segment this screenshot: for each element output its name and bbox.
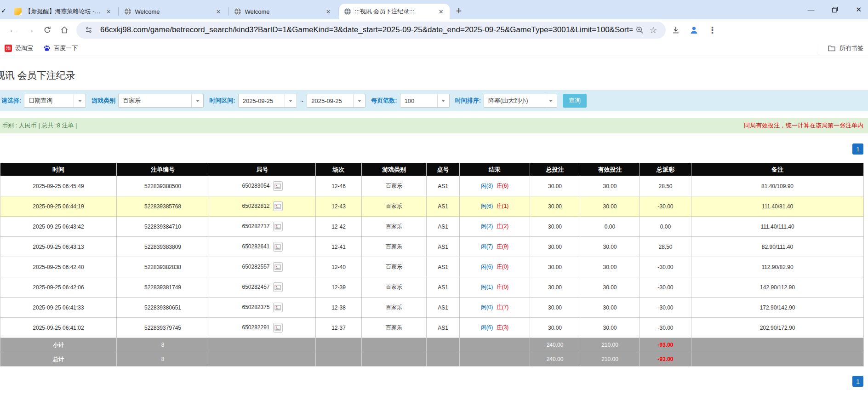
column-header: 有效投注	[580, 163, 640, 176]
cell-time: 2025-09-25 06:42:06	[0, 277, 117, 298]
window-controls: — ✕	[807, 0, 862, 19]
cell-time: 2025-09-25 06:43:42	[0, 217, 117, 237]
cell-payout: -30.00	[640, 318, 691, 338]
round-snapshot-button[interactable]	[273, 242, 283, 252]
cell-result: 闲(6) 庄(1)	[460, 196, 530, 217]
cell-total-bet[interactable]: 30.00	[530, 298, 580, 318]
cell-total-bet[interactable]: 30.00	[530, 196, 580, 217]
round-snapshot-button[interactable]	[273, 323, 283, 333]
page-number-button-top[interactable]: 1	[852, 143, 863, 155]
game-type-value: 百家乐	[119, 97, 191, 105]
browser-tab[interactable]: 【新提醒】海燕策略论坛 - 综合✕	[10, 4, 117, 19]
sort-select[interactable]: 降幂(由大到小)	[484, 94, 557, 108]
cell-total-bet[interactable]: 30.00	[530, 176, 580, 196]
globe-icon	[234, 8, 241, 15]
cell-bet-id: 522839379745	[117, 318, 209, 338]
round-snapshot-button[interactable]	[273, 282, 283, 292]
table-header-row: 时间注单编号局号场次游戏类别桌号结果总投注有效投注总派彩备注	[0, 163, 864, 176]
reload-button[interactable]	[39, 22, 56, 38]
download-button[interactable]	[667, 22, 684, 38]
chevron-down-icon[interactable]	[353, 94, 365, 107]
cell-bet-id: 522839382838	[117, 257, 209, 277]
footer-empty	[460, 338, 530, 352]
bookmark-item[interactable]: 百度一下	[43, 44, 78, 52]
close-tab-icon[interactable]: ✕	[437, 8, 445, 16]
page-size-select[interactable]: 100	[400, 94, 450, 108]
round-snapshot-button[interactable]	[273, 181, 283, 191]
round-snapshot-button[interactable]	[273, 201, 283, 211]
cell-bet-id: 522839384710	[117, 217, 209, 237]
tab-separator	[228, 7, 228, 16]
bookmark-item[interactable]: 淘爱淘宝	[5, 44, 33, 52]
cell-time: 2025-09-25 06:41:02	[0, 318, 117, 338]
profile-button[interactable]	[685, 22, 702, 38]
footer-empty	[460, 352, 530, 367]
footer-empty	[209, 338, 316, 352]
close-tab-icon[interactable]: ✕	[325, 8, 332, 16]
table-row: 2025-09-25 06:43:42522839384710650282717…	[0, 217, 864, 237]
chevron-down-icon[interactable]	[437, 94, 449, 107]
cell-total-bet[interactable]: 30.00	[530, 237, 580, 257]
column-header: 备注	[691, 163, 864, 176]
cell-session: 12-43	[316, 196, 362, 217]
query-type-select[interactable]: 日期查询	[24, 94, 86, 108]
round-snapshot-button[interactable]	[273, 262, 283, 272]
new-tab-button[interactable]: +	[456, 6, 462, 16]
url-text[interactable]: 66cxkj98.com/game/betrecord_search/kind3…	[100, 25, 633, 34]
chevron-down-icon[interactable]	[74, 94, 86, 107]
cell-total-bet[interactable]: 30.00	[530, 318, 580, 338]
cell-note: 82.90/111.40	[691, 237, 864, 257]
chevron-down-icon[interactable]	[191, 94, 203, 107]
chevron-down-icon[interactable]	[285, 94, 297, 107]
date-end-select[interactable]: 2025-09-25	[307, 94, 365, 108]
restore-button[interactable]	[832, 6, 838, 13]
browser-tab[interactable]: Welcome✕	[120, 4, 227, 19]
close-window-button[interactable]: ✕	[856, 6, 862, 14]
forward-button[interactable]: →	[22, 22, 39, 38]
round-snapshot-icon	[274, 264, 281, 270]
note-favicon	[14, 8, 22, 15]
cell-payout: -30.00	[640, 298, 691, 318]
browser-tab-strip: ✓ 【新提醒】海燕策略论坛 - 综合✕Welcome✕Welcome✕:::视讯…	[0, 0, 868, 19]
cell-valid-bet: 30.00	[580, 257, 640, 277]
back-button[interactable]: ←	[5, 22, 22, 38]
bookmark-label: 百度一下	[54, 44, 78, 52]
tune-icon[interactable]	[82, 26, 96, 34]
cell-game-type: 百家乐	[362, 237, 427, 257]
close-tab-icon[interactable]: ✕	[105, 8, 113, 16]
cell-game-type: 百家乐	[362, 176, 427, 196]
menu-kebab-button[interactable]: ⋮	[704, 22, 721, 38]
chevron-down-icon[interactable]	[545, 94, 557, 107]
home-button[interactable]	[56, 22, 73, 38]
table-row: 2025-09-25 06:41:02522839379745650282291…	[0, 318, 864, 338]
page-number-button-bottom[interactable]: 1	[852, 376, 863, 387]
bookmark-label: 爱淘宝	[15, 44, 33, 52]
game-type-select[interactable]: 百家乐	[118, 94, 204, 108]
all-bookmarks-label[interactable]: 所有书签	[839, 44, 863, 52]
browser-tab[interactable]: :::视讯 会员下注纪录:::✕	[339, 4, 450, 19]
column-header: 总投注	[530, 163, 580, 176]
cell-result: 闲(0) 庄(7)	[460, 298, 530, 318]
cell-session: 12-41	[316, 237, 362, 257]
cell-table-no: AS1	[427, 237, 460, 257]
cell-bet-id: 522839380651	[117, 298, 209, 318]
zoom-icon[interactable]	[633, 26, 646, 34]
url-bar[interactable]: 66cxkj98.com/game/betrecord_search/kind3…	[76, 22, 666, 39]
round-snapshot-button[interactable]	[273, 303, 283, 312]
tab-separator	[338, 7, 338, 16]
browser-tab[interactable]: Welcome✕	[229, 4, 337, 19]
cell-total-bet[interactable]: 30.00	[530, 257, 580, 277]
date-start-select[interactable]: 2025-09-25	[238, 94, 297, 108]
cell-total-bet[interactable]: 30.00	[530, 277, 580, 298]
round-snapshot-button[interactable]	[273, 222, 283, 231]
minimize-button[interactable]: —	[807, 6, 814, 14]
table-row: 2025-09-25 06:42:40522839382838650282557…	[0, 257, 864, 277]
bookmark-star-icon[interactable]: ☆	[646, 25, 660, 35]
globe-icon	[124, 8, 131, 15]
cell-total-bet[interactable]: 30.00	[530, 217, 580, 237]
cell-round: 650282457	[209, 277, 316, 298]
close-tab-icon[interactable]: ✕	[215, 8, 223, 16]
tab-title: Welcome	[245, 8, 321, 15]
profile-icon	[689, 25, 699, 35]
search-button[interactable]: 查询	[563, 94, 587, 108]
